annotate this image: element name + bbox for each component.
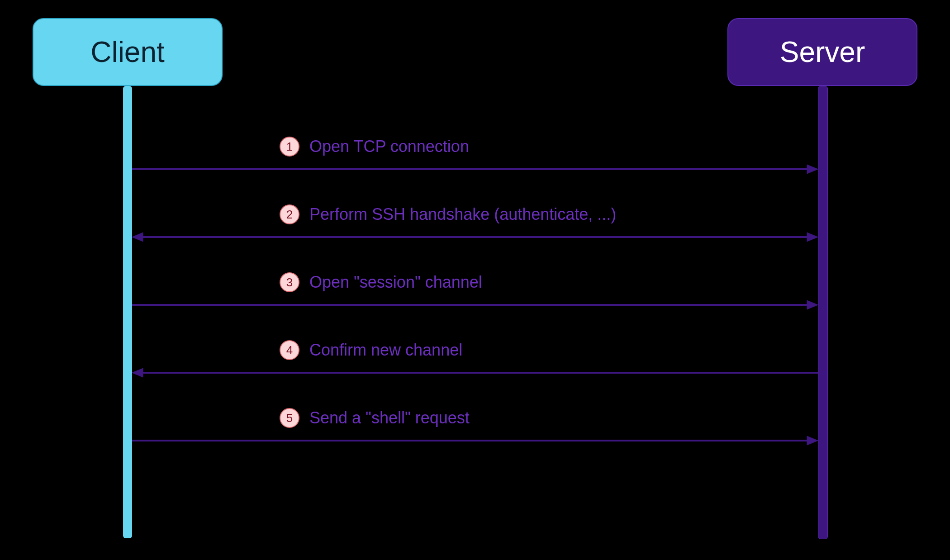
- step-badge: 5: [280, 408, 299, 428]
- message-label: Open TCP connection: [309, 137, 469, 156]
- arrow-double-icon: [132, 231, 818, 243]
- message-row-2: 2 Perform SSH handshake (authenticate, .…: [280, 202, 616, 227]
- participant-client-label: Client: [90, 35, 165, 69]
- svg-marker-1: [807, 165, 818, 174]
- step-badge: 4: [280, 340, 299, 360]
- svg-marker-4: [807, 233, 818, 242]
- step-badge: 2: [280, 204, 299, 224]
- sequence-diagram: Client Server 1 Open TCP connection 2 Pe…: [0, 0, 950, 560]
- step-badge: 3: [280, 272, 299, 292]
- message-label: Send a "shell" request: [309, 408, 470, 427]
- arrow-left-icon: [132, 366, 818, 379]
- arrow-right-icon: [132, 434, 818, 447]
- message-label: Confirm new channel: [309, 341, 462, 360]
- participant-server: Server: [727, 18, 917, 86]
- message-label: Perform SSH handshake (authenticate, ...…: [309, 205, 616, 224]
- svg-marker-3: [132, 233, 143, 242]
- message-row-1: 1 Open TCP connection: [280, 134, 469, 159]
- lifeline-server: [818, 86, 828, 539]
- message-row-3: 3 Open "session" channel: [280, 270, 482, 295]
- arrow-right-icon: [132, 299, 818, 311]
- svg-marker-6: [807, 300, 818, 309]
- step-badge: 1: [280, 137, 299, 157]
- svg-marker-8: [132, 368, 143, 377]
- message-row-4: 4 Confirm new channel: [280, 337, 462, 363]
- lifeline-client: [123, 86, 132, 538]
- participant-server-label: Server: [780, 35, 865, 69]
- arrow-right-icon: [132, 163, 818, 176]
- svg-marker-10: [807, 436, 818, 445]
- participant-client: Client: [33, 18, 223, 86]
- message-row-5: 5 Send a "shell" request: [280, 405, 470, 431]
- message-label: Open "session" channel: [309, 273, 482, 292]
